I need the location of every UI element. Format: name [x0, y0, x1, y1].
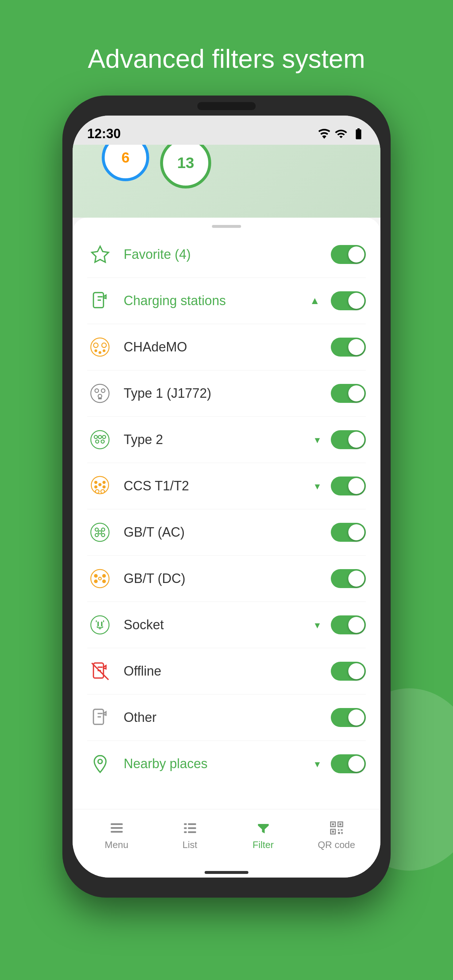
- svg-rect-51: [184, 831, 187, 833]
- type2-toggle[interactable]: [331, 430, 366, 449]
- svg-point-3: [94, 343, 99, 348]
- svg-rect-12: [98, 398, 102, 399]
- svg-point-32: [99, 531, 102, 534]
- filter-item-gbt-dc[interactable]: GB/T (DC): [87, 555, 366, 602]
- gbt-dc-toggle[interactable]: [331, 569, 366, 588]
- svg-point-39: [91, 616, 109, 634]
- svg-point-13: [91, 431, 109, 449]
- gbt-ac-label: GB/T (AC): [124, 525, 320, 540]
- svg-rect-58: [332, 830, 334, 833]
- socket-toggle[interactable]: [331, 616, 366, 635]
- nearby-places-toggle[interactable]: [331, 754, 366, 773]
- filter-item-ccs[interactable]: CCS T1/T2 ▾: [87, 463, 366, 509]
- gbt-ac-toggle[interactable]: [331, 523, 366, 542]
- filter-item-socket[interactable]: Socket ▾: [87, 602, 366, 648]
- svg-rect-44: [110, 823, 123, 825]
- bottom-nav: Menu Lis: [73, 809, 380, 867]
- svg-rect-60: [341, 829, 343, 831]
- ccs-chevron: ▾: [315, 480, 320, 492]
- qr-icon: [327, 819, 346, 837]
- phone-shell: 12:30 6 13: [62, 95, 391, 897]
- filter-item-charging-stations[interactable]: Charging stations ▲: [87, 278, 366, 324]
- svg-point-18: [101, 440, 104, 443]
- nearby-places-icon: [87, 751, 113, 776]
- map-marker-1: 6: [102, 145, 149, 181]
- svg-point-38: [99, 577, 101, 580]
- nav-item-filter[interactable]: Filter: [226, 819, 300, 851]
- filter-item-type1[interactable]: Type 1 (J1772): [87, 371, 366, 417]
- type2-chevron: ▾: [315, 434, 320, 446]
- phone-screen: 12:30 6 13: [73, 116, 380, 878]
- svg-point-9: [95, 389, 99, 393]
- phone-mockup: 12:30 6 13: [62, 95, 391, 897]
- type2-icon: [87, 427, 113, 452]
- nav-menu-label: Menu: [105, 839, 128, 851]
- filter-item-type2[interactable]: Type 2 ▾: [87, 417, 366, 463]
- svg-rect-52: [188, 831, 196, 833]
- filter-item-offline[interactable]: Offline: [87, 648, 366, 695]
- svg-point-8: [91, 384, 109, 402]
- drawer-handle-bar: [212, 225, 241, 228]
- menu-icon: [108, 819, 126, 837]
- offline-icon: [87, 659, 113, 684]
- favorite-toggle[interactable]: [331, 245, 366, 264]
- nav-item-list[interactable]: List: [153, 819, 226, 851]
- svg-rect-61: [338, 832, 340, 834]
- status-icons: [318, 127, 366, 140]
- svg-rect-49: [184, 827, 187, 829]
- ccs-toggle[interactable]: [331, 477, 366, 495]
- charging-stations-chevron: ▲: [309, 295, 320, 307]
- filter-item-gbt-ac[interactable]: GB/T (AC): [87, 509, 366, 555]
- gbt-dc-label: GB/T (DC): [124, 571, 320, 586]
- svg-point-22: [94, 485, 97, 488]
- nearby-places-label: Nearby places: [124, 756, 301, 772]
- other-toggle[interactable]: [331, 708, 366, 727]
- svg-point-34: [94, 574, 98, 578]
- type1-toggle[interactable]: [331, 384, 366, 403]
- ccs-label: CCS T1/T2: [124, 478, 301, 494]
- favorite-label: Favorite (4): [124, 247, 320, 262]
- charging-stations-icon: [87, 288, 113, 313]
- drawer-handle[interactable]: [73, 218, 380, 232]
- filter-item-nearby-places[interactable]: Nearby places ▾: [87, 741, 366, 787]
- other-icon: [87, 705, 113, 730]
- nearby-places-chevron: ▾: [315, 758, 320, 770]
- svg-point-4: [102, 343, 107, 348]
- chademo-toggle[interactable]: [331, 337, 366, 356]
- svg-point-7: [99, 351, 101, 354]
- offline-toggle[interactable]: [331, 662, 366, 681]
- camera-bar: [197, 102, 256, 110]
- gbt-ac-icon: [87, 520, 113, 545]
- charging-stations-toggle[interactable]: [331, 291, 366, 310]
- filter-item-other[interactable]: Other: [87, 695, 366, 741]
- svg-point-28: [95, 528, 99, 531]
- filter-item-chademo[interactable]: CHAdeMO: [87, 324, 366, 371]
- filter-item-favorite[interactable]: Favorite (4): [87, 232, 366, 278]
- favorite-icon: [87, 242, 113, 267]
- type2-label: Type 2: [124, 432, 301, 447]
- home-indicator: [73, 867, 380, 878]
- svg-point-36: [94, 580, 98, 583]
- svg-point-21: [102, 481, 106, 484]
- svg-point-17: [96, 440, 99, 443]
- ccs-icon: [87, 473, 113, 499]
- svg-point-43: [98, 759, 102, 763]
- map-marker-2: 13: [160, 145, 211, 188]
- nav-list-label: List: [182, 839, 197, 851]
- nav-item-menu[interactable]: Menu: [80, 819, 153, 851]
- svg-point-27: [91, 523, 109, 541]
- svg-point-6: [103, 349, 106, 352]
- svg-rect-47: [184, 823, 187, 825]
- svg-rect-50: [188, 827, 196, 829]
- filter-list: Favorite (4): [73, 232, 380, 787]
- socket-icon: [87, 612, 113, 638]
- nav-item-qr[interactable]: QR code: [300, 819, 373, 851]
- svg-point-5: [94, 349, 97, 352]
- socket-chevron: ▾: [315, 619, 320, 631]
- chademo-label: CHAdeMO: [124, 339, 320, 355]
- charging-stations-label: Charging stations: [124, 293, 296, 309]
- status-bar: 12:30: [73, 116, 380, 145]
- nav-filter-label: Filter: [253, 839, 274, 851]
- list-icon: [181, 819, 199, 837]
- gbt-dc-icon: [87, 566, 113, 591]
